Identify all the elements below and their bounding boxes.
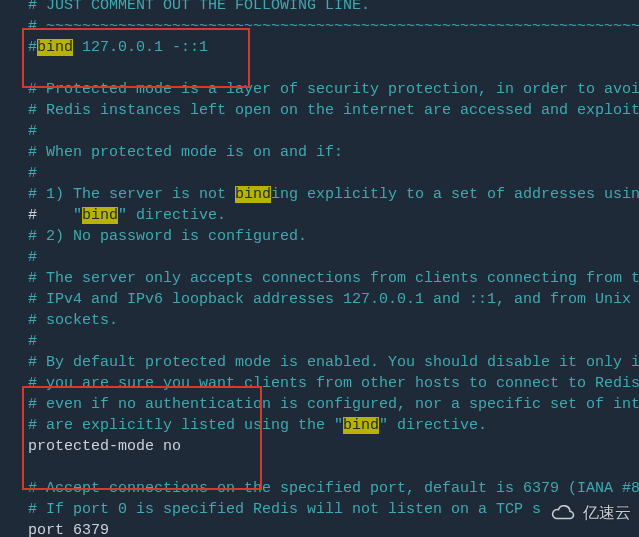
code-line: port 6379 [28, 520, 639, 537]
search-match-bind: bind [37, 39, 73, 56]
code-line: # Redis instances left open on the inter… [28, 100, 639, 121]
code-line: # "bind" directive. [28, 205, 639, 226]
config-file-text: # JUST COMMENT OUT THE FOLLOWING LINE.# … [28, 0, 639, 537]
search-match-bind: bind [343, 417, 379, 434]
code-line [28, 58, 639, 79]
code-line: # ~~~~~~~~~~~~~~~~~~~~~~~~~~~~~~~~~~~~~~… [28, 16, 639, 37]
code-line [28, 457, 639, 478]
code-line: # Accept connections on the specified po… [28, 478, 639, 499]
code-line: # If port 0 is specified Redis will not … [28, 499, 639, 520]
code-line: # IPv4 and IPv6 loopback addresses 127.0… [28, 289, 639, 310]
code-line: # JUST COMMENT OUT THE FOLLOWING LINE. [28, 0, 639, 16]
code-line: # sockets. [28, 310, 639, 331]
cloud-icon [551, 504, 577, 522]
code-line: # By default protected mode is enabled. … [28, 352, 639, 373]
code-line: # When protected mode is on and if: [28, 142, 639, 163]
watermark: 亿速云 [551, 502, 631, 523]
code-line: # [28, 331, 639, 352]
search-match-bind: bind [82, 207, 118, 224]
watermark-text: 亿速云 [583, 502, 631, 523]
code-line: #bind 127.0.0.1 -::1 [28, 37, 639, 58]
code-line: protected-mode no [28, 436, 639, 457]
code-line: # [28, 163, 639, 184]
code-line: # even if no authentication is configure… [28, 394, 639, 415]
code-line: # [28, 121, 639, 142]
search-match-bind: bind [235, 186, 271, 203]
code-line: # are explicitly listed using the "bind"… [28, 415, 639, 436]
code-line: # 2) No password is configured. [28, 226, 639, 247]
terminal-viewport[interactable]: # JUST COMMENT OUT THE FOLLOWING LINE.# … [0, 0, 639, 537]
code-line: # Protected mode is a layer of security … [28, 79, 639, 100]
code-line: # The server only accepts connections fr… [28, 268, 639, 289]
code-line: # you are sure you want clients from oth… [28, 373, 639, 394]
code-line: # 1) The server is not binding explicitl… [28, 184, 639, 205]
code-line: # [28, 247, 639, 268]
